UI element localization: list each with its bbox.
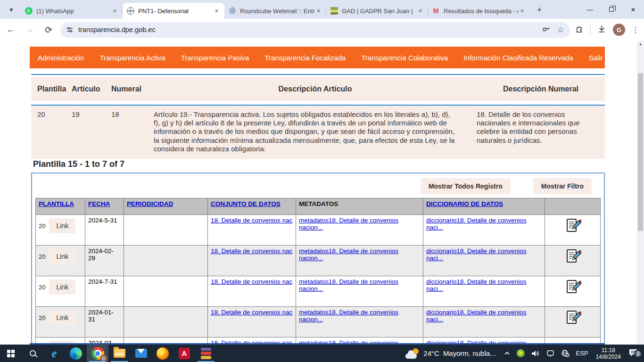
reload-icon[interactable]: ⟳ — [41, 22, 57, 38]
sort-conjunto-link[interactable]: CONJUNTO DE DATOS — [211, 200, 281, 207]
sort-periodicidad-link[interactable]: PERIODICIDAD — [127, 200, 173, 207]
metadatos-link[interactable]: metadatos18. Detalle de convenios nacion… — [299, 278, 398, 292]
conjunto-datos-link[interactable]: 18. Detalle de convenios nac — [211, 247, 292, 255]
nav-transparencia-colaborativa[interactable]: Transparencia Colaborativa — [361, 54, 448, 62]
site-info-icon[interactable] — [66, 26, 74, 33]
records-table: PLANTILLA FECHA PERIODICIDAD CONJUNTO DE… — [35, 198, 601, 345]
metadatos-link[interactable]: metadatos18. Detalle de convenios nacion… — [299, 247, 398, 262]
start-button[interactable] — [0, 345, 22, 362]
chrome-menu-icon[interactable]: ⋮ — [632, 25, 639, 34]
firefox-icon[interactable] — [152, 345, 173, 362]
internet-explorer-icon[interactable]: e — [43, 345, 65, 362]
tab-title: GAD | GADPR San Juan | — [342, 8, 416, 15]
conjunto-datos-link[interactable]: 18. Detalle de convenios nac — [211, 278, 292, 285]
metadatos-link[interactable]: metadatos18. Detalle de convenios nacion… — [299, 217, 398, 231]
new-tab-button[interactable]: + — [533, 3, 546, 16]
back-icon[interactable]: ← — [3, 22, 19, 38]
sort-plantilla-link[interactable]: PLANTILLA — [39, 200, 74, 207]
metadatos-link[interactable]: metadatos18. Detalle de convenios nacion… — [299, 309, 398, 323]
nav-transparencia-pasiva[interactable]: Transparencia Pasiva — [181, 54, 249, 62]
row-link-button[interactable]: Link — [49, 218, 75, 233]
nav-informacion-clasificada[interactable]: Información Clasificada Reservada — [463, 54, 573, 62]
diccionario-link[interactable]: diccionario18. Detalle de convenios naci… — [426, 278, 526, 292]
tab-close-icon[interactable]: × — [111, 7, 119, 15]
articulo-value: 19 — [72, 106, 111, 159]
scroll-up-arrow-icon[interactable]: ▲ — [637, 41, 644, 48]
scrollbar-thumb[interactable] — [638, 73, 643, 231]
page-scrollbar[interactable]: ▲ — [637, 41, 644, 345]
sort-fecha-link[interactable]: FECHA — [88, 200, 110, 207]
passwords-key-icon[interactable] — [542, 25, 551, 35]
row-periodicidad — [124, 246, 208, 276]
minimize-button[interactable]: — — [579, 0, 601, 19]
row-link-button[interactable]: Link — [49, 280, 75, 295]
clock-widget[interactable]: 11:18 14/8/2024 — [592, 347, 625, 360]
tab-pnt1-defensorial[interactable]: PNT1- Defensorial × — [123, 3, 224, 19]
tab-close-icon[interactable]: × — [416, 7, 424, 15]
mail-icon[interactable] — [130, 345, 152, 362]
conjunto-datos-link[interactable]: 18. Detalle de convenios nac — [211, 217, 292, 224]
tab-close-icon[interactable]: × — [518, 7, 526, 15]
tab-search-button[interactable]: ▼ — [5, 3, 18, 16]
language-indicator[interactable]: ESP — [573, 345, 592, 362]
col-header-descripcion-articulo: Descripción Artículo — [154, 85, 477, 93]
page-content: Administración Transparencia Activa Tran… — [0, 41, 637, 345]
row-plantilla: 20 — [39, 310, 45, 321]
edit-record-icon[interactable] — [564, 228, 581, 235]
tab-roundcube[interactable]: Roundcube Webmail :: Entra × — [224, 3, 326, 19]
clock-date: 14/8/2024 — [596, 354, 621, 360]
weather-widget[interactable]: 24°C Mayorm. nubla... — [401, 348, 500, 359]
restore-button[interactable] — [601, 0, 622, 19]
row-fecha: 2024-7-31 — [85, 276, 124, 307]
windows-taskbar: e G A 24°C Mayorm. nubla... ESP 11:18 — [0, 345, 644, 362]
row-link-button[interactable]: Link — [49, 249, 75, 264]
detail-header-row: Plantilla Artículo Numeral Descripción A… — [31, 77, 605, 101]
sort-diccionario-link[interactable]: DICCIONARIO DE DATOS — [426, 200, 503, 207]
browser-toolbar: ← → ⟳ transparencia.dpe.gob.ec ☆ G ⋮ — [0, 19, 644, 41]
chrome-icon[interactable]: G — [87, 345, 108, 362]
edge-icon[interactable] — [65, 345, 87, 362]
tab-whatsapp[interactable]: ✆ (1) WhatsApp × — [21, 3, 123, 19]
diccionario-link[interactable]: diccionario18. Detalle de convenios naci… — [426, 309, 526, 323]
edit-record-icon[interactable] — [564, 289, 581, 296]
close-window-button[interactable]: ✕ — [622, 0, 644, 19]
url-text[interactable]: transparencia.dpe.gob.ec — [78, 26, 538, 33]
volume-icon[interactable] — [528, 345, 543, 362]
network-no-internet-icon[interactable] — [558, 345, 573, 362]
tab-gad[interactable]: GAD | GADPR San Juan | × — [326, 3, 428, 19]
profile-avatar[interactable]: G — [613, 24, 625, 36]
row-fecha: 2024-02-29 — [85, 246, 124, 276]
conjunto-datos-link[interactable]: 18. Detalle de convenios nac — [211, 309, 292, 316]
tab-close-icon[interactable]: × — [213, 7, 221, 15]
meet-now-icon[interactable] — [543, 345, 558, 362]
winrar-icon[interactable] — [195, 345, 217, 362]
antivirus-tray-icon[interactable] — [513, 345, 528, 362]
listing-title: Plantilla 15 - 1 to 7 of 7 — [33, 159, 124, 169]
nav-transparencia-focalizada[interactable]: Transparencia Focalizada — [264, 54, 346, 62]
edit-record-icon[interactable] — [564, 320, 581, 327]
roundcube-icon — [228, 7, 236, 15]
row-link-button[interactable]: Link — [49, 310, 75, 325]
diccionario-link[interactable]: diccionario18. Detalle de convenios naci… — [426, 217, 526, 231]
file-explorer-icon[interactable] — [108, 345, 130, 362]
show-all-records-button[interactable]: Mostrar Todos Registro — [421, 178, 511, 194]
nav-salir[interactable]: Salir — [589, 54, 603, 62]
bookmark-star-icon[interactable]: ☆ — [557, 25, 564, 35]
edit-record-icon[interactable] — [564, 259, 581, 266]
address-bar[interactable]: transparencia.dpe.gob.ec ☆ — [60, 22, 570, 38]
nav-administracion[interactable]: Administración — [38, 54, 84, 62]
tab-close-icon[interactable]: × — [314, 7, 322, 15]
tab-gmail-search[interactable]: M Resultados de búsqueda - co × — [428, 3, 530, 19]
show-filter-button[interactable]: Mostrar Filtro — [533, 178, 592, 194]
extensions-icon[interactable] — [575, 25, 584, 35]
nav-transparencia-activa[interactable]: Transparencia Activa — [99, 54, 165, 62]
notification-center-icon[interactable]: 3 — [625, 348, 644, 359]
descripcion-articulo-text: Artículo 19.- Transparencia activa. Los … — [154, 106, 477, 159]
diccionario-link[interactable]: diccionario18. Detalle de convenios naci… — [426, 247, 526, 262]
acrobat-icon[interactable]: A — [173, 345, 195, 362]
downloads-icon[interactable] — [597, 25, 606, 35]
forward-icon[interactable]: → — [22, 22, 38, 38]
globe-icon — [126, 7, 134, 15]
tray-chevron-icon[interactable] — [501, 345, 513, 362]
search-icon[interactable] — [22, 345, 43, 362]
